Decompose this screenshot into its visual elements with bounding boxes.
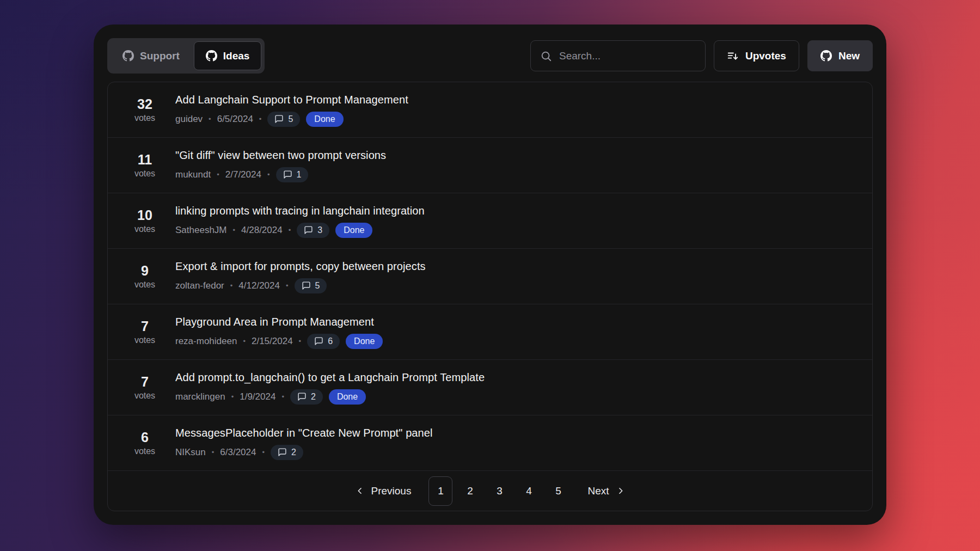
- page-1-button-current[interactable]: 1: [428, 476, 452, 506]
- separator-dot: •: [281, 393, 284, 401]
- idea-author: guidev: [175, 114, 203, 125]
- comments-badge: 2: [290, 389, 323, 405]
- idea-title: Add prompt.to_langchain() to get a Langc…: [175, 371, 858, 384]
- status-badge: Done: [346, 334, 383, 349]
- page-2-button[interactable]: 2: [458, 476, 482, 506]
- comments-badge: 2: [271, 445, 303, 460]
- idea-date: 6/5/2024: [217, 114, 253, 125]
- vote-count: 32 votes: [122, 96, 168, 123]
- tab-support[interactable]: Support: [111, 41, 192, 70]
- vote-number: 6: [122, 430, 168, 445]
- desktop-background: Support Ideas: [0, 0, 980, 551]
- idea-author: marcklingen: [175, 391, 225, 402]
- idea-row[interactable]: 9 votes Export & import for prompts, cop…: [108, 248, 872, 304]
- votes-label: votes: [122, 113, 168, 123]
- page-3-button[interactable]: 3: [487, 476, 511, 506]
- vote-number: 7: [122, 319, 168, 334]
- comment-count: 5: [288, 114, 293, 124]
- idea-row[interactable]: 10 votes linking prompts with tracing in…: [108, 193, 872, 248]
- comments-badge: 6: [307, 334, 340, 349]
- votes-label: votes: [122, 335, 168, 345]
- previous-page-label: Previous: [371, 485, 412, 497]
- idea-row[interactable]: 6 votes MessagesPlaceholder in "Create N…: [108, 415, 872, 470]
- vote-number: 9: [122, 263, 168, 279]
- separator-dot: •: [259, 115, 262, 123]
- next-page-button[interactable]: Next: [587, 485, 625, 497]
- idea-content: "Git diff" view between two prompt versi…: [175, 149, 858, 182]
- comments-badge: 1: [276, 167, 309, 182]
- comment-count: 6: [328, 336, 333, 346]
- votes-label: votes: [122, 446, 168, 456]
- idea-row[interactable]: 7 votes Playground Area in Prompt Manage…: [108, 304, 872, 359]
- separator-dot: •: [286, 281, 289, 290]
- votes-label: votes: [122, 391, 168, 401]
- page-5-button[interactable]: 5: [546, 476, 570, 506]
- vote-count: 6 votes: [122, 430, 168, 456]
- idea-content: Add Langchain Support to Prompt Manageme…: [175, 93, 858, 127]
- idea-author: reza-mohideen: [175, 336, 237, 347]
- idea-date: 6/3/2024: [220, 447, 256, 458]
- idea-content: linking prompts with tracing in langchai…: [175, 204, 858, 238]
- github-icon: [122, 50, 134, 62]
- separator-dot: •: [217, 170, 219, 179]
- comment-icon: [297, 392, 307, 401]
- comments-badge: 3: [297, 223, 329, 238]
- idea-row[interactable]: 11 votes "Git diff" view between two pro…: [108, 137, 872, 193]
- comment-icon: [283, 170, 292, 179]
- tab-ideas-label: Ideas: [223, 50, 250, 62]
- idea-author: SatheeshJM: [175, 225, 227, 236]
- previous-page-button[interactable]: Previous: [355, 485, 412, 497]
- idea-title: Add Langchain Support to Prompt Manageme…: [175, 93, 858, 107]
- idea-row[interactable]: 32 votes Add Langchain Support to Prompt…: [108, 82, 872, 137]
- feedback-panel: Support Ideas: [94, 25, 886, 525]
- separator-dot: •: [233, 226, 236, 234]
- next-page-label: Next: [587, 485, 609, 497]
- vote-count: 11 votes: [122, 152, 168, 179]
- separator-dot: •: [212, 448, 215, 456]
- github-icon: [820, 50, 832, 62]
- board-tabs: Support Ideas: [107, 38, 265, 74]
- votes-label: votes: [122, 169, 168, 179]
- sort-upvotes-button[interactable]: Upvotes: [714, 40, 799, 71]
- comment-count: 2: [311, 392, 316, 402]
- separator-dot: •: [231, 393, 234, 401]
- search-input[interactable]: [559, 50, 696, 62]
- comment-count: 3: [317, 225, 322, 235]
- separator-dot: •: [230, 281, 233, 290]
- idea-content: Add prompt.to_langchain() to get a Langc…: [175, 371, 858, 405]
- new-idea-button[interactable]: New: [807, 40, 873, 71]
- separator-dot: •: [299, 337, 302, 345]
- vote-count: 7 votes: [122, 374, 168, 401]
- vote-count: 7 votes: [122, 319, 168, 345]
- idea-content: Export & import for prompts, copy betwee…: [175, 260, 858, 293]
- idea-meta: guidev • 6/5/2024 • 5 Done: [175, 112, 858, 127]
- idea-row[interactable]: 7 votes Add prompt.to_langchain() to get…: [108, 359, 872, 415]
- tab-ideas[interactable]: Ideas: [194, 41, 262, 70]
- idea-author: zoltan-fedor: [175, 280, 224, 291]
- idea-title: "Git diff" view between two prompt versi…: [175, 149, 858, 162]
- search-box[interactable]: [530, 40, 706, 71]
- vote-count: 9 votes: [122, 263, 168, 290]
- separator-dot: •: [289, 226, 291, 234]
- separator-dot: •: [267, 170, 270, 179]
- vote-number: 11: [122, 152, 168, 168]
- idea-date: 2/15/2024: [252, 336, 293, 347]
- comment-icon: [304, 225, 313, 235]
- vote-number: 7: [122, 374, 168, 390]
- tab-support-label: Support: [140, 50, 180, 62]
- votes-label: votes: [122, 224, 168, 234]
- separator-dot: •: [243, 337, 246, 345]
- idea-title: Playground Area in Prompt Management: [175, 315, 858, 329]
- vote-count: 10 votes: [122, 207, 168, 234]
- search-icon: [540, 50, 552, 62]
- idea-date: 4/12/2024: [238, 280, 280, 291]
- comment-count: 2: [291, 448, 296, 457]
- idea-meta: marcklingen • 1/9/2024 • 2 Done: [175, 389, 858, 405]
- idea-meta: NIKsun • 6/3/2024 • 2: [175, 445, 858, 460]
- page-4-button[interactable]: 4: [517, 476, 541, 506]
- idea-meta: mukundt • 2/7/2024 • 1: [175, 167, 858, 182]
- idea-meta: SatheeshJM • 4/28/2024 • 3 Done: [175, 223, 858, 238]
- comments-badge: 5: [295, 278, 327, 293]
- idea-author: mukundt: [175, 169, 211, 180]
- toolbar-actions: Upvotes New: [530, 40, 873, 71]
